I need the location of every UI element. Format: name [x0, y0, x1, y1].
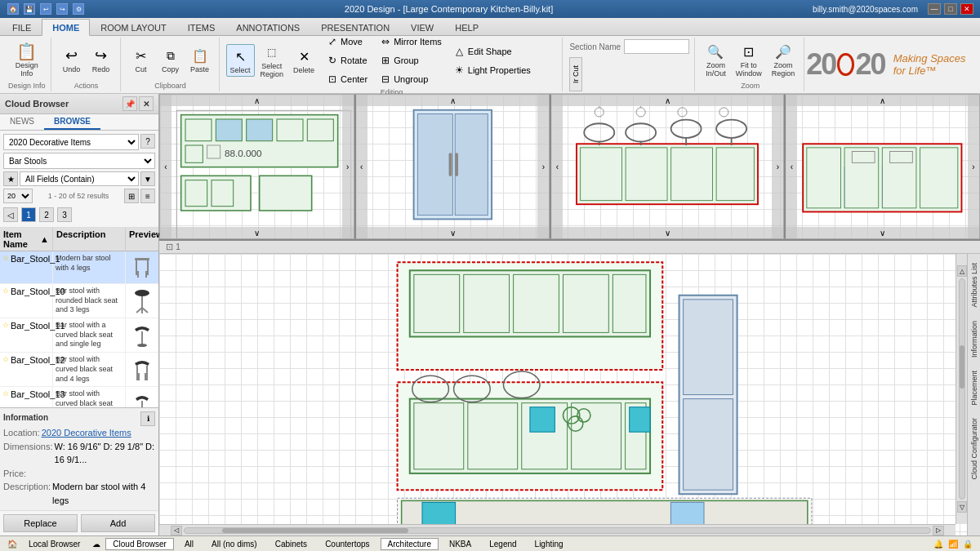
legend-tab[interactable]: Legend — [482, 538, 523, 550]
maximize-btn[interactable]: □ — [944, 3, 957, 15]
cb-page-1-btn[interactable]: 1 — [21, 207, 36, 222]
cb-close-btn[interactable]: ✕ — [139, 96, 154, 111]
tab-file[interactable]: FILE — [2, 19, 42, 35]
scroll-down-arrow[interactable]: ▽ — [957, 501, 967, 513]
all-tab[interactable]: All — [177, 538, 201, 550]
scrollbar-v-main[interactable]: △ ▽ — [956, 254, 967, 524]
edit-shape-btn[interactable]: △ Edit Shape — [449, 42, 535, 60]
replace-button[interactable]: Replace — [3, 514, 78, 532]
info-help-btn[interactable]: ℹ — [140, 411, 155, 426]
scroll-right-4[interactable]: › — [968, 95, 979, 238]
cb-tab-browse[interactable]: BROWSE — [44, 114, 100, 130]
move-btn[interactable]: ⤢ Move — [322, 33, 372, 51]
cb-grid-view-btn[interactable]: ⊞ — [124, 189, 139, 203]
copy-btn[interactable]: ⧉ Copy — [157, 43, 185, 76]
settings-icon[interactable]: ⚙ — [73, 3, 84, 15]
information-tab[interactable]: Information — [968, 315, 981, 363]
zoom-in-out-btn[interactable]: 🔍 ZoomIn/Out — [702, 39, 730, 80]
list-item[interactable]: ☆ Bar_Stool_10 Bar stool with rounded bl… — [0, 284, 158, 318]
cloud-browser-tab[interactable]: Cloud Browser — [105, 538, 174, 550]
all-no-dims-tab[interactable]: All (no dims) — [204, 538, 265, 550]
scroll-left-4[interactable]: ‹ — [786, 95, 797, 238]
save-icon[interactable]: 💾 — [24, 3, 35, 15]
redo-btn[interactable]: ↪ Redo — [87, 43, 115, 76]
scroll-right-3[interactable]: › — [772, 95, 783, 238]
scroll-bottom-4[interactable]: ∨ — [786, 227, 979, 238]
paste-btn[interactable]: 📋 Paste — [186, 43, 214, 76]
section-name-input[interactable] — [624, 39, 689, 54]
scroll-top-2[interactable]: ∧ — [356, 95, 550, 106]
cabinets-tab[interactable]: Cabinets — [268, 538, 314, 550]
undo-quick-icon[interactable]: ↩ — [40, 3, 51, 15]
tab-annotations[interactable]: ANNOTATIONS — [225, 19, 310, 35]
design-info-btn[interactable]: 📋 DesignInfo — [11, 39, 42, 80]
list-item[interactable]: ☆ Bar_Stool_13 Bar stool with curved bla… — [0, 387, 158, 407]
scroll-left-1[interactable]: ‹ — [160, 95, 172, 238]
tab-items[interactable]: ITEMS — [177, 19, 226, 35]
delete-btn[interactable]: ✕ Delete — [289, 44, 318, 77]
cb-page-2-btn[interactable]: 2 — [39, 207, 54, 222]
group-btn[interactable]: ⊞ Group — [375, 51, 446, 69]
architecture-tab[interactable]: Architecture — [381, 538, 439, 550]
lighting-tab[interactable]: Lighting — [528, 538, 571, 550]
star-icon-1[interactable]: ☆ — [2, 254, 9, 262]
local-browser-tab[interactable]: Local Browser — [21, 538, 87, 550]
cb-field-select[interactable]: All Fields (Contain) — [20, 171, 139, 186]
cb-page-3-btn[interactable]: 3 — [57, 207, 72, 222]
select-btn[interactable]: ↖ Select — [226, 44, 255, 77]
zoom-region-btn[interactable]: 🔎 ZoomRegion — [768, 39, 800, 80]
cb-tab-news[interactable]: NEWS — [0, 114, 44, 130]
scrollbar-h-main[interactable]: ◁ ▷ — [159, 524, 956, 535]
scroll-bottom-2[interactable]: ∨ — [356, 227, 550, 238]
scroll-left-arrow[interactable]: ◁ — [171, 526, 182, 535]
nkba-tab[interactable]: NKBA — [442, 538, 479, 550]
scroll-right-2[interactable]: › — [537, 95, 549, 238]
fit-to-window-btn[interactable]: ⊡ Fit toWindow — [732, 39, 766, 80]
cb-col-description[interactable]: Description — [53, 228, 126, 251]
cb-help-icon[interactable]: ? — [140, 134, 155, 149]
cb-prev-page-btn[interactable]: ◁ — [3, 207, 18, 222]
scroll-up-arrow[interactable]: △ — [957, 265, 967, 277]
scroll-bottom-3[interactable]: ∨ — [551, 227, 783, 238]
scroll-left-2[interactable]: ‹ — [356, 95, 368, 238]
minimize-btn[interactable]: — — [928, 3, 941, 15]
cb-col-item-name[interactable]: Item Name ▲ — [0, 228, 53, 251]
attributes-tab[interactable]: Attributes List — [968, 257, 981, 313]
star-icon-5[interactable]: ☆ — [2, 389, 9, 398]
cb-pin-btn[interactable]: 📌 — [122, 96, 137, 111]
center-btn[interactable]: ⊡ Center — [322, 70, 372, 88]
cb-page-size[interactable]: 20 — [3, 189, 33, 203]
select-region-btn[interactable]: ⬚ SelectRegion — [256, 40, 288, 81]
scroll-top-3[interactable]: ∧ — [551, 95, 783, 106]
close-btn[interactable]: ✕ — [960, 3, 973, 15]
cloud-configurator-tab[interactable]: Cloud Configurator — [968, 412, 981, 486]
cb-col-preview[interactable]: Preview — [126, 228, 158, 251]
star-icon-3[interactable]: ☆ — [2, 321, 9, 329]
ir-cut-btn[interactable]: Ir Cut — [569, 57, 582, 91]
star-icon-4[interactable]: ☆ — [2, 355, 9, 363]
scroll-right-arrow[interactable]: ▷ — [933, 526, 944, 535]
cb-list-view-btn[interactable]: ≡ — [140, 189, 155, 203]
cb-subcategory-select[interactable]: Bar Stools — [3, 153, 155, 169]
scroll-left-3[interactable]: ‹ — [551, 95, 563, 238]
scroll-top-1[interactable]: ∧ — [160, 95, 354, 106]
list-item[interactable]: ☆ Bar_Stool_11 Bar stool with a curved b… — [0, 318, 158, 353]
location-value[interactable]: 2020 Decorative Items — [42, 426, 131, 440]
add-button[interactable]: Add — [81, 514, 155, 532]
scroll-right-1[interactable]: › — [342, 95, 354, 238]
redo-quick-icon[interactable]: ↪ — [56, 3, 68, 15]
mirror-items-btn[interactable]: ⇔ Mirror Items — [375, 33, 446, 51]
placement-tab[interactable]: Placement — [968, 365, 981, 411]
ungroup-btn[interactable]: ⊟ Ungroup — [375, 70, 446, 88]
tab-room-layout[interactable]: ROOM LAYOUT — [90, 19, 176, 35]
list-item[interactable]: ☆ Bar_Stool_12 Bar stool with curved bla… — [0, 353, 158, 387]
countertops-tab[interactable]: Countertops — [318, 538, 376, 550]
cb-category-select[interactable]: 2020 Decorative Items — [3, 134, 139, 150]
undo-btn[interactable]: ↩ Undo — [58, 43, 86, 76]
rotate-btn[interactable]: ↻ Rotate — [322, 51, 372, 69]
tab-help[interactable]: HELP — [444, 19, 489, 35]
scroll-top-4[interactable]: ∧ — [786, 95, 979, 106]
light-props-btn[interactable]: ☀ Light Properties — [449, 61, 535, 79]
cb-favorites-btn[interactable]: ★ — [3, 171, 18, 186]
list-item[interactable]: ☆ Bar_Stool_1 Modern bar stool with 4 le… — [0, 251, 158, 284]
